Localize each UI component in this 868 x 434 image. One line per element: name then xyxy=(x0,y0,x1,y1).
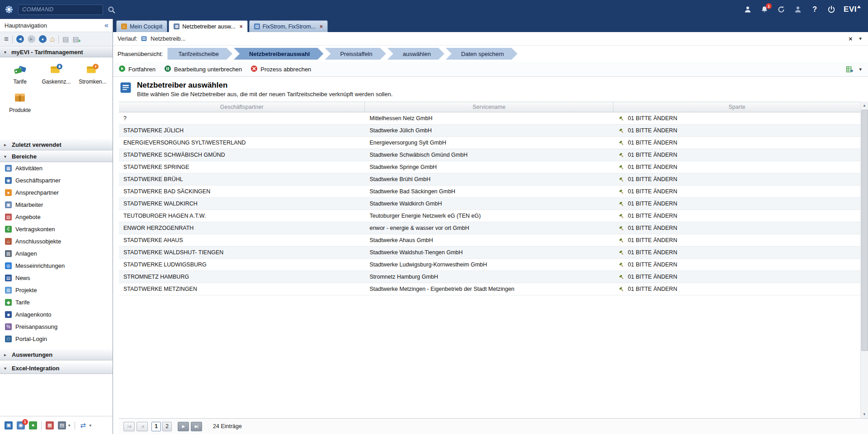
close-icon[interactable]: × xyxy=(849,36,852,42)
export-icon[interactable] xyxy=(846,65,854,73)
table-row[interactable]: STADTWERKE SCHWÄBISCH GMÜNDStadtwerke Sc… xyxy=(119,149,860,161)
prozess-abbrechen-button[interactable]: Prozess abbrechen xyxy=(250,65,311,74)
chevron-down-icon[interactable]: ▾ xyxy=(859,66,862,72)
first-page-button[interactable]: |◀ xyxy=(123,422,135,431)
phase-netzbetreiberauswahl[interactable]: Netzbetreiberauswahl xyxy=(234,48,323,60)
sidebar-item-anlagen[interactable]: ▥Anlagen xyxy=(0,247,113,260)
table-row[interactable]: ENWOR HERZOGENRATHenwor - energie & wass… xyxy=(119,222,860,234)
section-arrow-icon: ▾ xyxy=(4,366,9,371)
table-row[interactable]: STADTWERKE LUDWIGSBURGStadtwerke Ludwigs… xyxy=(119,259,860,271)
sidebar-item-aktivitäten[interactable]: ▦Aktivitäten xyxy=(0,162,113,174)
power-icon[interactable] xyxy=(827,5,836,14)
table-row[interactable]: STADTWERKE METZINGENStadtwerke Metzingen… xyxy=(119,283,860,295)
shortcut-gaskennz[interactable]: Gaskennz... xyxy=(38,62,74,85)
chevron-down-icon[interactable]: ▾ xyxy=(90,423,92,428)
user-icon[interactable] xyxy=(743,5,752,14)
sidebar-item-ansprechpartner[interactable]: ●Ansprechpartner xyxy=(0,187,113,199)
close-icon[interactable]: × xyxy=(240,24,243,29)
menu-icon[interactable]: ≡ xyxy=(4,35,9,43)
shortcut-produkte[interactable]: Produkte xyxy=(2,90,38,113)
section-excel-integration[interactable]: ▾ Excel-Integration xyxy=(0,362,113,374)
back-icon[interactable]: ◀ xyxy=(16,35,24,43)
contacts-icon[interactable]: ◉1 xyxy=(17,421,25,429)
chevron-down-icon[interactable]: ▾ xyxy=(859,36,862,42)
table-row[interactable]: STADTWERKE BAD SÄCKINGENStadtwerke Bad S… xyxy=(119,186,860,198)
sidebar-item-tarife[interactable]: ◆Tarife xyxy=(0,296,113,308)
verlauf-crumb[interactable]: Netzbetreib... xyxy=(151,35,185,42)
shortcut-stromken[interactable]: Stromken... xyxy=(75,62,111,85)
chevron-down-icon[interactable]: ▾ xyxy=(68,423,71,428)
tasks-icon[interactable]: ▣ xyxy=(5,421,13,429)
collapse-sidebar-icon[interactable]: « xyxy=(104,22,108,29)
table-row[interactable]: STADTWERKE AHAUSStadtwerke Ahaus GmbH01 … xyxy=(119,234,860,247)
table-row[interactable]: STADTWERKE BRÜHLStadtwerke Brühl GmbH01 … xyxy=(119,173,860,186)
scroll-up-icon[interactable]: ▲ xyxy=(861,102,868,109)
document-icon[interactable]: ▤ xyxy=(62,36,69,42)
scrollbar-thumb[interactable] xyxy=(861,110,868,350)
column-header-servicename[interactable]: Servicename xyxy=(365,102,613,112)
vertical-scrollbar[interactable]: ▲ ▼ xyxy=(860,102,868,418)
refresh-icon[interactable] xyxy=(777,5,786,14)
verlauf-bar: Verlauf: Netzbetreib... × ▾ xyxy=(113,32,868,46)
calendar-icon[interactable]: ▦ xyxy=(46,421,54,429)
close-icon[interactable]: × xyxy=(320,24,323,29)
phase-auswählen[interactable]: auswählen xyxy=(387,48,444,60)
section-zuletzt-verwendet[interactable]: ▸ Zuletzt verwendet xyxy=(0,139,113,150)
profile-icon[interactable] xyxy=(793,5,802,14)
phase-tarifzeitscheibe[interactable]: Tarifzeitscheibe xyxy=(167,48,232,60)
forward-icon[interactable]: ▶ xyxy=(28,35,35,43)
table-row[interactable]: STADTWERKE SPRINGEStadtwerke Springe Gmb… xyxy=(119,161,860,173)
sidebar-item-portal-login[interactable]: □Portal-Login xyxy=(0,333,113,345)
notifications-icon[interactable]: 1 xyxy=(760,5,769,14)
scrollbar-track[interactable] xyxy=(861,109,868,411)
shortcut-tarife[interactable]: Tarife xyxy=(2,62,38,85)
column-header-sparte[interactable]: Sparte xyxy=(613,102,860,112)
tab-netzbetreiber-ausw[interactable]: ▦Netzbetreiber ausw...× xyxy=(169,20,247,32)
previous-page-button[interactable]: ◀ xyxy=(137,422,148,431)
section-auswertungen[interactable]: ▸ Auswertungen xyxy=(0,349,113,360)
app-section-header[interactable]: ▾ myEVI - Tarifmanagement xyxy=(0,47,113,57)
sidebar-item-angebote[interactable]: ▤Angebote xyxy=(0,211,113,223)
sidebar-item-geschäftspartner[interactable]: ◉Geschäftspartner xyxy=(0,174,113,187)
table-row[interactable]: STROMNETZ HAMBURGStromnetz Hamburg GmbH0… xyxy=(119,271,860,283)
command-input[interactable] xyxy=(18,5,103,15)
last-page-button[interactable]: ▶| xyxy=(191,422,202,431)
table-row[interactable]: TEUTOBURGER HAGEN A.T.W.Teutoburger Ener… xyxy=(119,210,860,222)
cell-sparte: 01 BITTE ÄNDERN xyxy=(613,247,860,258)
column-header-geschaeftspartner[interactable]: Geschäftspartner xyxy=(119,102,365,112)
table-row[interactable]: ENERGIEVERSORGUNG SYLT/WESTERLANDEnergie… xyxy=(119,137,860,149)
sync-icon[interactable]: ⇄ xyxy=(79,421,87,429)
products-icon xyxy=(13,90,27,106)
up-icon[interactable]: ▲ xyxy=(39,35,47,43)
bearbeitung-unterbrechen-button[interactable]: Bearbeitung unterbrechen xyxy=(164,65,242,74)
globe-icon[interactable]: ● xyxy=(29,421,37,429)
table-row[interactable]: STADTWERKE WALDSHUT- TIENGENStadtwerke W… xyxy=(119,247,860,259)
scroll-down-icon[interactable]: ▼ xyxy=(861,411,868,418)
new-document-icon[interactable]: ▤+ xyxy=(72,36,79,42)
tab-fixstrom-fixstrom[interactable]: ▤FixStrom, FixStrom...× xyxy=(249,20,328,32)
table-row[interactable]: STADTWERKE WALDKIRCHStadtwerke Waldkirch… xyxy=(119,198,860,210)
cell-sparte: 01 BITTE ÄNDERN xyxy=(613,271,860,283)
phase-preisstaffeln[interactable]: Preisstaffeln xyxy=(325,48,386,60)
page-button-2[interactable]: 2 xyxy=(162,422,172,431)
sidebar-item-anschlussobjekte[interactable]: ⌂Anschlussobjekte xyxy=(0,235,113,247)
section-bereiche[interactable]: ▾ Bereiche xyxy=(0,150,113,162)
next-page-button[interactable]: ▶ xyxy=(178,422,189,431)
tab-mein-cockpit[interactable]: ⌂Mein Cockpit xyxy=(116,20,167,32)
sidebar-item-anlagenkonto[interactable]: ■Anlagenkonto xyxy=(0,308,113,321)
compose-icon[interactable]: ▤ xyxy=(58,421,66,429)
table-row[interactable]: STADTWERKE JÜLICHStadtwerke Jülich GmbH0… xyxy=(119,125,860,137)
sidebar-item-vertragskonten[interactable]: €Vertragskonten xyxy=(0,223,113,235)
help-icon[interactable]: ? xyxy=(810,5,819,14)
phase-daten-speichern[interactable]: Daten speichern xyxy=(446,48,518,60)
sidebar-item-news[interactable]: ▤News xyxy=(0,272,113,284)
sidebar-item-preisanpassung[interactable]: %Preisanpassung xyxy=(0,321,113,333)
search-icon[interactable] xyxy=(108,6,115,14)
sidebar-item-mitarbeiter[interactable]: ▣Mitarbeiter xyxy=(0,199,113,211)
home-icon[interactable]: ⌂ xyxy=(50,35,55,43)
page-button-1[interactable]: 1 xyxy=(151,422,161,431)
fortfahren-button[interactable]: Fortfahren xyxy=(118,65,156,74)
sidebar-item-projekte[interactable]: ▥Projekte xyxy=(0,284,113,296)
table-row[interactable]: ?Mittelhessen Netz GmbH01 BITTE ÄNDERN xyxy=(119,112,860,125)
sidebar-item-messeinrichtungen[interactable]: ◎Messeinrichtungen xyxy=(0,260,113,272)
